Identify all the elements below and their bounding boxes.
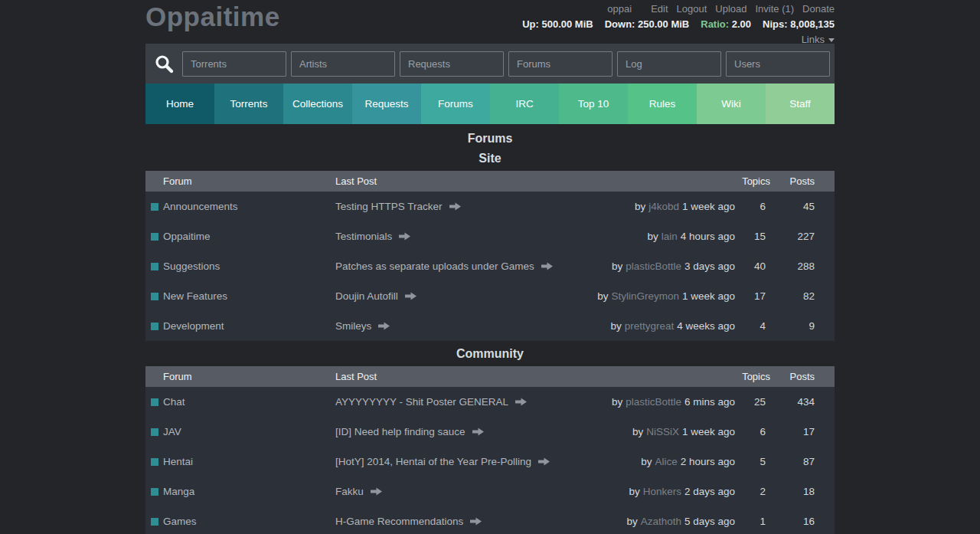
go-to-post-arrow-icon[interactable] xyxy=(470,517,482,526)
topics-count: 6 xyxy=(735,201,770,212)
go-to-post-arrow-icon[interactable] xyxy=(399,232,410,241)
last-post-link[interactable]: Fakku xyxy=(335,486,364,497)
last-post-author-link[interactable]: Alice xyxy=(655,456,677,467)
user-links-list: EditLogoutUploadInvite (1)Donate xyxy=(642,3,835,15)
unread-indicator-icon xyxy=(151,518,158,526)
forum-link[interactable]: Hentai xyxy=(163,456,193,467)
forum-row-announcements: AnnouncementsTesting HTTPS Trackerbyj4ko… xyxy=(145,192,835,221)
go-to-post-arrow-icon[interactable] xyxy=(371,487,382,496)
last-post-link[interactable]: [ID] Need help finding sauce xyxy=(335,426,466,437)
nav-tab-torrents[interactable]: Torrents xyxy=(214,84,283,124)
search-input-forums[interactable] xyxy=(508,51,612,77)
forum-link[interactable]: Manga xyxy=(163,486,194,497)
last-post-link[interactable]: Smileys xyxy=(335,320,371,332)
posts-count: 18 xyxy=(770,486,835,497)
search-input-artists[interactable] xyxy=(291,51,395,77)
forum-cell: Hentai xyxy=(145,456,335,467)
last-post-author-link[interactable]: Azathoth xyxy=(641,516,681,527)
forum-row-games: GamesH-Game RecommendationsbyAzathoth5 d… xyxy=(145,506,835,534)
nav-tab-requests[interactable]: Requests xyxy=(352,84,421,124)
header-link-logout[interactable]: Logout xyxy=(677,3,707,15)
site-logo[interactable]: Oppaitime xyxy=(145,2,280,32)
last-post-link[interactable]: Doujin Autofill xyxy=(335,290,398,302)
header-link-upload[interactable]: Upload xyxy=(715,3,746,15)
nav-tab-forums[interactable]: Forums xyxy=(421,84,490,124)
last-post-left: [HotY] 2014, Hentai of the Year Pre-Poll… xyxy=(335,456,550,467)
by-label: by xyxy=(612,396,622,408)
last-post-time: 2 days ago xyxy=(684,486,735,497)
last-post-link[interactable]: Testing HTTPS Tracker xyxy=(335,201,443,212)
search-input-requests[interactable] xyxy=(400,51,504,77)
topics-count: 5 xyxy=(735,456,770,467)
nav-tab-staff[interactable]: Staff xyxy=(766,84,835,124)
go-to-post-arrow-icon[interactable] xyxy=(541,262,553,270)
last-post-author-link[interactable]: j4kobd xyxy=(648,201,679,212)
last-post-link[interactable]: Testimonials xyxy=(335,231,392,242)
nav-tab-irc[interactable]: IRC xyxy=(490,84,559,124)
last-post-link[interactable]: Patches as separate uploads under Games xyxy=(335,260,534,272)
go-to-post-arrow-icon[interactable] xyxy=(449,202,461,211)
forum-cell: Chat xyxy=(145,396,335,408)
last-post-byline: byAzathoth5 days ago xyxy=(626,516,735,527)
last-post-author-link[interactable]: NiSSiX xyxy=(646,426,679,437)
last-post-author-link[interactable]: StylinGreymon xyxy=(611,290,679,302)
last-post-author-link[interactable]: plasticBottle xyxy=(626,396,681,408)
nav-tab-collections[interactable]: Collections xyxy=(283,84,352,124)
nav-tab-rules[interactable]: Rules xyxy=(628,84,697,124)
table-header-row: ForumLast PostTopicsPosts xyxy=(145,366,835,387)
forum-row-hentai: Hentai[HotY] 2014, Hentai of the Year Pr… xyxy=(145,447,835,477)
last-post-author-link[interactable]: plasticBottle xyxy=(626,260,681,272)
header-link-donate[interactable]: Donate xyxy=(802,3,835,15)
unread-indicator-icon xyxy=(151,428,158,436)
stat-down: Down: 250.00 MiB xyxy=(605,18,690,30)
search-input-torrents[interactable] xyxy=(182,51,286,77)
links-dropdown-label[interactable]: Links xyxy=(802,34,825,45)
nav-tab-wiki[interactable]: Wiki xyxy=(697,84,766,124)
forum-link[interactable]: Chat xyxy=(163,396,185,408)
nav-tab-top-10[interactable]: Top 10 xyxy=(559,84,628,124)
username-link[interactable]: oppai xyxy=(607,3,632,15)
by-label: by xyxy=(641,456,652,467)
links-dropdown[interactable]: Links xyxy=(522,34,835,46)
last-post-left: Testimonials xyxy=(335,231,410,242)
go-to-post-arrow-icon[interactable] xyxy=(515,398,527,406)
column-header-posts: Posts xyxy=(770,371,835,382)
last-post-author-link[interactable]: lain xyxy=(662,231,678,242)
stat-value: 2.00 xyxy=(732,18,751,30)
last-post-time: 6 mins ago xyxy=(684,396,735,408)
nav-tab-home[interactable]: Home xyxy=(145,84,214,124)
last-post-left: Doujin Autofill xyxy=(335,290,416,302)
go-to-post-arrow-icon[interactable] xyxy=(378,322,390,330)
header-link-invite-1[interactable]: Invite (1) xyxy=(756,3,795,15)
forum-link[interactable]: New Features xyxy=(163,290,227,302)
search-input-log[interactable] xyxy=(617,51,721,77)
stat-value: 500.00 MiB xyxy=(542,18,593,30)
last-post-link[interactable]: H-Game Recommendations xyxy=(335,516,463,527)
last-post-cell: Patches as separate uploads under Gamesb… xyxy=(335,260,735,272)
last-post-byline: byStylinGreymon1 week ago xyxy=(597,290,735,302)
last-post-link[interactable]: [HotY] 2014, Hentai of the Year Pre-Poll… xyxy=(335,456,531,467)
last-post-author-link[interactable]: prettygreat xyxy=(625,320,675,332)
last-post-time: 1 week ago xyxy=(682,426,735,437)
search-input-users[interactable] xyxy=(726,51,830,77)
search-icon xyxy=(145,54,182,74)
go-to-post-arrow-icon[interactable] xyxy=(538,457,550,466)
page-title: Forums xyxy=(145,132,835,146)
go-to-post-arrow-icon[interactable] xyxy=(405,292,416,300)
forum-row-development: DevelopmentSmileysbyprettygreat4 weeks a… xyxy=(145,311,835,341)
forum-link[interactable]: Oppaitime xyxy=(163,231,211,242)
stat-up: Up: 500.00 MiB xyxy=(522,18,593,30)
forum-link[interactable]: Suggestions xyxy=(163,260,220,272)
unread-indicator-icon xyxy=(151,293,158,300)
forum-link[interactable]: JAV xyxy=(163,426,181,437)
forum-link[interactable]: Games xyxy=(163,516,197,527)
forum-row-suggestions: SuggestionsPatches as separate uploads u… xyxy=(145,251,835,281)
last-post-link[interactable]: AYYYYYYYY - Shit Poster GENERAL xyxy=(335,396,508,408)
go-to-post-arrow-icon[interactable] xyxy=(472,428,484,436)
last-post-time: 5 days ago xyxy=(684,516,735,527)
last-post-author-link[interactable]: Honkers xyxy=(643,486,681,497)
forum-row-new-features: New FeaturesDoujin AutofillbyStylinGreym… xyxy=(145,281,835,311)
forum-link[interactable]: Development xyxy=(163,320,224,332)
forum-link[interactable]: Announcements xyxy=(163,201,238,212)
header-link-edit[interactable]: Edit xyxy=(651,3,668,15)
